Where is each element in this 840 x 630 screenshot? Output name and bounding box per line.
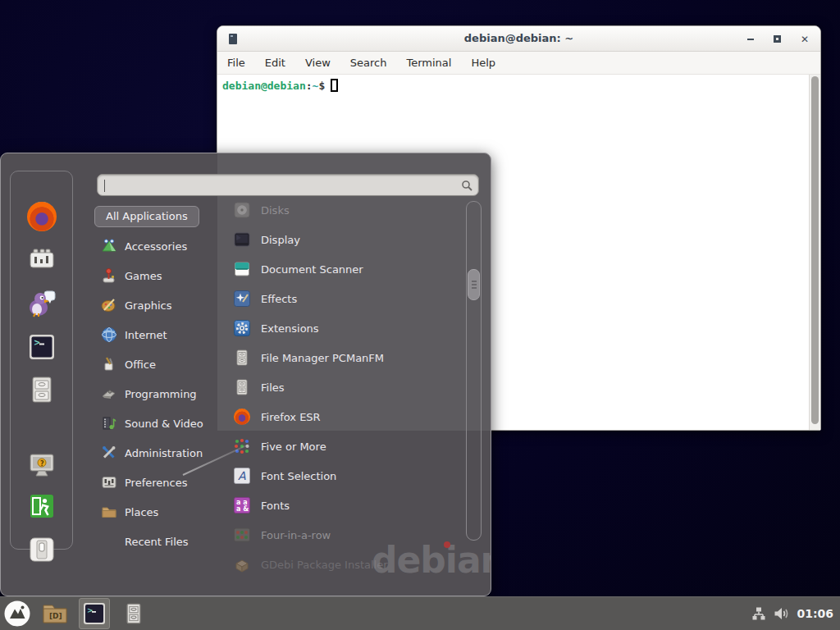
prompt-user-host: debian@debian: [222, 80, 306, 92]
favorite-firefox[interactable]: [27, 202, 57, 231]
close-button[interactable]: ✕: [801, 35, 809, 43]
terminal-menubar: File Edit View Search Terminal Help: [217, 52, 820, 75]
terminal-scrollbar[interactable]: [809, 75, 820, 430]
app-four-in-a-row[interactable]: Four-in-a-row: [234, 520, 468, 550]
effects-icon: [234, 290, 250, 307]
firefox-icon: [27, 202, 57, 231]
app-fonts[interactable]: a a a & Fonts: [234, 491, 468, 520]
file-cabinet-icon: [123, 602, 144, 625]
app-list-scrollbar[interactable]: [466, 201, 482, 541]
network-icon[interactable]: [751, 606, 766, 621]
menu-help[interactable]: Help: [471, 57, 495, 69]
menu-edit[interactable]: Edit: [265, 57, 285, 69]
disks-icon: [234, 202, 250, 218]
favorite-lock-screen[interactable]: ?: [27, 450, 57, 480]
taskbar-item-file-manager[interactable]: [D]: [39, 598, 71, 629]
category-preferences[interactable]: Preferences: [94, 468, 226, 497]
category-all-applications[interactable]: All Applications: [94, 202, 226, 231]
terminal-title: debian@debian: ~: [217, 32, 820, 44]
category-programming[interactable]: Programming: [94, 379, 226, 409]
app-gdebi-package-installer[interactable]: GDebi Package Installer: [234, 550, 468, 579]
app-list-scrollbar-thumb[interactable]: [468, 269, 480, 300]
folder-icon: [D]: [42, 603, 68, 625]
svg-text:A: A: [238, 469, 246, 482]
fonts-icon: a a a &: [234, 497, 250, 514]
search-icon: [461, 180, 472, 191]
menu-logo-icon: [3, 600, 31, 628]
terminal-icon: >: [83, 602, 106, 625]
favorite-terminal[interactable]: >: [27, 332, 57, 362]
minimize-button[interactable]: [747, 39, 754, 40]
favorite-files[interactable]: [27, 375, 57, 404]
taskbar-item-files[interactable]: [118, 598, 149, 629]
display-icon: [234, 231, 250, 248]
preferences-icon: [101, 474, 117, 491]
svg-text:>: >: [87, 606, 94, 614]
favorite-pidgin[interactable]: [27, 289, 57, 318]
menu-terminal[interactable]: Terminal: [406, 57, 451, 69]
category-graphics[interactable]: Graphics: [94, 290, 226, 320]
svg-text:>: >: [34, 338, 40, 347]
favorite-control-center[interactable]: [27, 245, 57, 275]
four-in-a-row-icon: [234, 527, 250, 543]
favorites-panel: > ?: [10, 171, 73, 550]
clock[interactable]: 01:06: [797, 607, 833, 620]
lock-screen-icon: ?: [27, 450, 57, 480]
terminal-titlebar[interactable]: debian@debian: ~ ✕: [217, 26, 820, 52]
volume-icon[interactable]: [774, 606, 789, 621]
menu-search[interactable]: Search: [350, 57, 387, 69]
svg-text:[D]: [D]: [49, 612, 62, 620]
internet-icon: [101, 326, 117, 343]
administration-icon: [101, 445, 117, 461]
desktop: debian@debian: ~ ✕ File Edit View Search…: [0, 0, 840, 630]
app-firefox-esr[interactable]: Firefox ESR: [234, 402, 468, 431]
maximize-button[interactable]: [774, 35, 781, 43]
app-extensions[interactable]: Extensions: [234, 313, 468, 343]
menu-file[interactable]: File: [227, 57, 245, 69]
file-cabinet-icon: [234, 379, 250, 395]
gdebi-icon: [234, 556, 250, 573]
svg-text:?: ?: [40, 460, 44, 468]
games-icon: [101, 267, 117, 284]
app-files[interactable]: Files: [234, 372, 468, 402]
category-internet[interactable]: Internet: [94, 320, 226, 349]
favorite-shutdown[interactable]: [27, 535, 57, 564]
search-box[interactable]: [97, 174, 479, 196]
category-places[interactable]: Places: [94, 497, 226, 527]
svg-text:a &: a &: [236, 505, 249, 513]
extensions-icon: [234, 320, 250, 336]
font-selection-icon: A: [234, 468, 250, 484]
category-accessories[interactable]: Accessories: [94, 231, 226, 261]
firefox-icon: [234, 409, 250, 425]
shell-prompt: debian@debian:~$: [222, 79, 338, 92]
start-menu: debian: [0, 153, 491, 596]
search-input[interactable]: [104, 176, 449, 194]
control-center-icon: [27, 245, 57, 275]
category-recent-files[interactable]: Recent Files: [94, 527, 226, 556]
terminal-scrollbar-thumb[interactable]: [811, 76, 819, 424]
logout-icon: [27, 491, 57, 521]
category-sound-video[interactable]: Sound & Video: [94, 409, 226, 438]
office-icon: [101, 356, 117, 372]
file-cabinet-icon: [234, 349, 250, 366]
application-list: Disks Display Document Scanner: [234, 195, 468, 579]
menu-button[interactable]: [2, 600, 31, 628]
taskbar-item-terminal[interactable]: >: [79, 598, 110, 629]
app-file-manager-pcmanfm[interactable]: File Manager PCManFM: [234, 343, 468, 372]
category-list: All Applications Accessories Gam: [94, 202, 226, 556]
category-office[interactable]: Office: [94, 349, 226, 379]
file-cabinet-icon: [27, 375, 57, 404]
places-folder-icon: [101, 504, 117, 520]
app-font-selection[interactable]: A Font Selection: [234, 461, 468, 491]
app-display[interactable]: Display: [234, 225, 468, 254]
app-disks[interactable]: Disks: [234, 195, 468, 225]
menu-view[interactable]: View: [305, 57, 331, 69]
category-games[interactable]: Games: [94, 261, 226, 290]
favorite-logout[interactable]: [27, 491, 57, 521]
accessories-icon: [101, 238, 117, 254]
app-effects[interactable]: Effects: [234, 284, 468, 313]
shutdown-icon: [27, 535, 57, 564]
app-five-or-more[interactable]: Five or More: [234, 431, 468, 461]
app-document-scanner[interactable]: Document Scanner: [234, 254, 468, 284]
programming-icon: [101, 386, 117, 402]
